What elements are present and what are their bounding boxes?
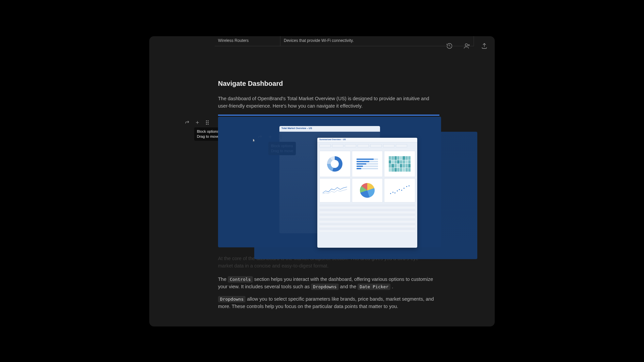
intro-paragraph: The dashboard of OpenBrand's Total Marke…	[218, 95, 439, 110]
code-dropdowns: Dropdowns	[218, 296, 246, 302]
line-chart	[319, 178, 351, 202]
table-cell: Wireless Routers	[215, 36, 280, 46]
dashboard-filters-row	[317, 142, 417, 149]
code-date-picker: Date Picker	[358, 284, 390, 290]
dashboard-table	[317, 204, 417, 235]
controls-paragraph: The Controls section helps you interact …	[218, 276, 439, 291]
donut-chart	[319, 151, 351, 177]
section-heading: Navigate Dashboard	[218, 80, 439, 87]
code-dropdowns: Dropdowns	[311, 284, 338, 290]
code-controls: Controls	[228, 276, 253, 283]
text: The	[218, 277, 228, 282]
embedded-image[interactable]: Summarized Overview – US	[254, 132, 477, 259]
insertion-indicator	[218, 115, 439, 116]
add-block-icon[interactable]	[195, 120, 200, 125]
dashboard-preview-large: Summarized Overview – US	[317, 138, 417, 248]
pie-chart	[352, 178, 383, 202]
content-column: Navigate Dashboard The dashboard of Open…	[218, 80, 439, 315]
dropdowns-paragraph: Dropdowns allow you to select specific p…	[218, 295, 439, 310]
dashboard-preview-header: Total Market Overview – US	[279, 126, 380, 131]
block-gutter-controls	[184, 120, 210, 125]
image-block[interactable]: Block options Drag to move Total Market …	[218, 115, 439, 247]
hbar-chart	[352, 151, 383, 177]
tooltip-line: Block options	[197, 129, 219, 133]
drag-handle-icon[interactable]	[205, 120, 210, 125]
scatter-chart	[384, 178, 415, 202]
drag-handle-tooltip: Block options Drag to move	[194, 127, 222, 141]
dragged-block-ghost[interactable]: Block options Drag to move Summarized Ov…	[254, 132, 477, 259]
table-cell: Devices that provide Wi-Fi connectivity.	[280, 36, 474, 46]
text: .	[390, 284, 393, 289]
turn-into-icon[interactable]	[184, 120, 190, 125]
top-table-fragment: Wireless Routers Devices that provide Wi…	[215, 36, 474, 46]
heatmap-chart	[384, 151, 415, 177]
dashboard-preview-header: Summarized Overview – US	[317, 138, 417, 142]
tooltip-line: Drag to move	[197, 134, 219, 138]
share-upload-icon[interactable]	[481, 42, 488, 50]
text: and the	[339, 284, 358, 289]
text: allow you to select specific parameters …	[218, 296, 434, 309]
editor-panel: Wireless Routers Devices that provide Wi…	[149, 36, 495, 326]
dashboard-charts-grid	[317, 149, 417, 204]
